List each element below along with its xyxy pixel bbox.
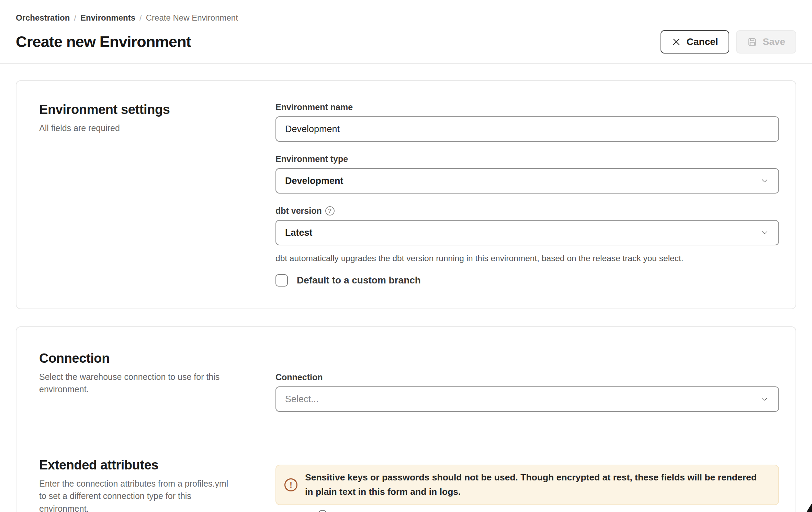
- dbt-version-field-group: dbt version ? Latest: [275, 206, 779, 245]
- help-icon[interactable]: ?: [325, 206, 335, 216]
- custom-branch-label: Default to a custom branch: [297, 275, 421, 286]
- sensitive-keys-warning-text: Sensitive keys or passwords should not b…: [305, 470, 767, 499]
- breadcrumb-separator: /: [74, 13, 76, 23]
- environment-settings-heading: Environment settings: [39, 102, 275, 117]
- custom-branch-row: Default to a custom branch: [275, 274, 779, 287]
- connection-field-label: Connection: [275, 372, 779, 382]
- environment-name-input[interactable]: [275, 116, 779, 142]
- environment-type-field-group: Environment type Development: [275, 154, 779, 194]
- header-actions: Cancel Save: [661, 30, 796, 54]
- extended-attributes-info: Extended attributes Enter the connection…: [39, 458, 275, 512]
- save-icon: [747, 37, 757, 47]
- connection-select-placeholder: Select...: [285, 394, 319, 405]
- save-button-label: Save: [763, 36, 785, 47]
- mouse-cursor-icon: [807, 503, 812, 512]
- sensitive-keys-warning-banner: ! Sensitive keys or passwords should not…: [275, 465, 779, 505]
- environment-settings-info: Environment settings All fields are requ…: [39, 102, 275, 287]
- cancel-button[interactable]: Cancel: [661, 30, 729, 54]
- extended-attributes-subheading: Enter the connection attributes from a p…: [39, 477, 232, 512]
- connection-field-group: Connection Select...: [275, 372, 779, 412]
- connection-info: Connection Select the warehouse connecti…: [39, 351, 275, 412]
- close-icon: [672, 37, 681, 47]
- environment-type-value: Development: [285, 176, 343, 186]
- page-header: Orchestration / Environments / Create Ne…: [0, 0, 812, 64]
- dbt-version-value: Latest: [285, 228, 313, 238]
- connection-subheading: Select the warehouse connection to use f…: [39, 371, 232, 396]
- connection-heading: Connection: [39, 351, 275, 366]
- environment-type-select[interactable]: Development: [275, 168, 779, 194]
- environment-name-field-group: Environment name: [275, 102, 779, 142]
- connection-select[interactable]: Select...: [275, 386, 779, 412]
- main-content: Environment settings All fields are requ…: [0, 80, 812, 512]
- dbt-version-select[interactable]: Latest: [275, 220, 779, 245]
- custom-branch-checkbox[interactable]: [275, 274, 288, 287]
- save-button[interactable]: Save: [736, 30, 796, 54]
- breadcrumb-current-page: Create New Environment: [146, 13, 238, 23]
- dbt-version-label-text: dbt version: [275, 206, 322, 216]
- extended-attributes-heading: Extended attributes: [39, 458, 275, 473]
- environment-settings-card: Environment settings All fields are requ…: [16, 80, 796, 309]
- extended-attributes-form: ! Sensitive keys or passwords should not…: [275, 458, 779, 512]
- environment-type-label: Environment type: [275, 154, 779, 164]
- environment-name-label: Environment name: [275, 102, 779, 112]
- page-title: Create new Environment: [16, 33, 191, 51]
- connection-form: Connection Select...: [275, 351, 779, 412]
- connection-card: Connection Select the warehouse connecti…: [16, 326, 796, 512]
- breadcrumb-environments[interactable]: Environments: [80, 13, 135, 23]
- environment-settings-subheading: All fields are required: [39, 122, 232, 134]
- breadcrumb-separator: /: [139, 13, 142, 23]
- alert-circle-icon: !: [284, 478, 297, 491]
- breadcrumb: Orchestration / Environments / Create Ne…: [16, 13, 796, 23]
- cancel-button-label: Cancel: [687, 36, 718, 47]
- dbt-version-label: dbt version ?: [275, 206, 779, 216]
- breadcrumb-orchestration[interactable]: Orchestration: [16, 13, 70, 23]
- chevron-down-icon: [760, 176, 769, 186]
- chevron-down-icon: [760, 394, 769, 404]
- environment-settings-form: Environment name Environment type Develo…: [275, 102, 779, 287]
- dbt-version-helper-text: dbt automatically upgrades the dbt versi…: [275, 254, 779, 263]
- chevron-down-icon: [760, 228, 769, 237]
